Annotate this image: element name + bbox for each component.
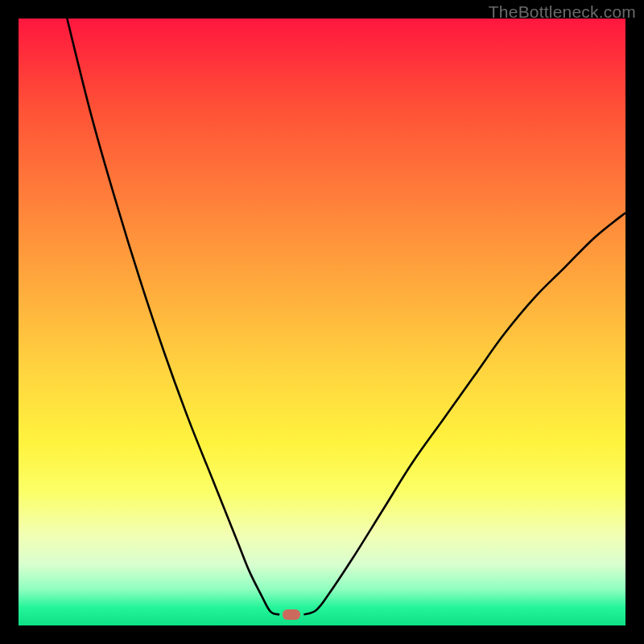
chart-frame: TheBottleneck.com: [0, 0, 644, 644]
watermark-text: TheBottleneck.com: [489, 2, 636, 22]
curve-right-branch: [303, 213, 625, 614]
curve-left-branch: [67, 19, 279, 614]
plot-area: [19, 19, 625, 625]
min-marker: [283, 609, 300, 620]
bottleneck-curve: [19, 19, 625, 625]
